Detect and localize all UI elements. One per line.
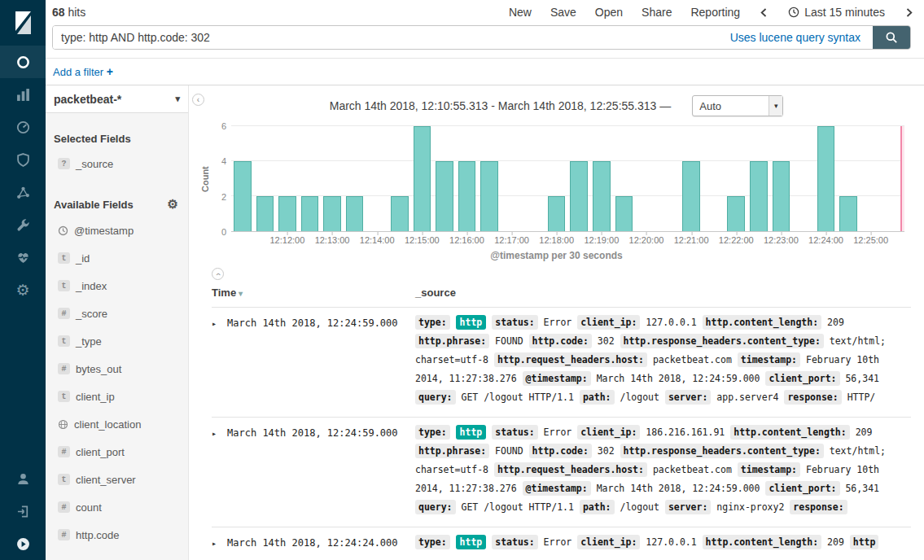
histogram-bar-slot[interactable] [523,126,545,231]
field-item[interactable]: #client_port [46,438,188,466]
histogram-bar-slot[interactable] [680,126,703,231]
histogram-bar-slot[interactable] [231,126,254,231]
field-item[interactable]: #bytes_out [46,355,188,383]
histogram-bar-slot[interactable] [254,126,277,231]
histogram-bar-slot[interactable] [501,126,523,231]
histogram-bar-slot[interactable] [478,126,501,231]
add-filter-button[interactable]: Add a filter + [53,65,113,78]
histogram-bar[interactable] [480,161,498,231]
expand-row-icon[interactable]: ▸ [212,429,217,438]
field-item[interactable]: t_id [46,244,188,272]
histogram-bar[interactable] [548,196,566,231]
time-picker[interactable]: Last 15 minutes [788,6,885,19]
field-item[interactable]: client_location [46,410,188,438]
histogram-bar-slot[interactable] [366,126,388,231]
menu-share[interactable]: Share [642,6,672,19]
time-step-forward-button[interactable] [904,7,914,18]
nav-item-logout[interactable] [0,495,46,527]
expand-row-icon[interactable]: ▸ [212,319,217,328]
nav-item-machine-learning[interactable] [0,176,46,208]
search-button[interactable] [873,26,910,49]
histogram-bar-slot[interactable] [725,126,747,231]
histogram-bar[interactable] [414,126,431,231]
menu-reporting[interactable]: Reporting [690,6,740,19]
menu-save[interactable]: Save [550,6,576,19]
field-item[interactable]: #count [46,493,188,521]
kibana-logo[interactable] [0,0,46,46]
histogram-bar-slot[interactable] [815,126,838,231]
field-label: client_server [76,474,136,486]
histogram-bar[interactable] [278,196,296,231]
histogram-bar-slot[interactable] [837,126,860,231]
field-item[interactable]: t_index [46,272,188,300]
lucene-syntax-link[interactable]: Uses lucene query syntax [718,26,873,49]
histogram-bar[interactable] [391,196,409,231]
nav-item-timelion[interactable] [0,143,46,176]
histogram-bar[interactable] [234,161,252,231]
nav-item-visualize[interactable] [0,78,46,111]
histogram-bar-slot[interactable] [613,126,636,231]
field-settings-gear-icon[interactable]: ⚙ [168,197,178,212]
histogram-bar[interactable] [458,161,476,231]
histogram-bar[interactable] [256,196,274,231]
field-item[interactable]: ?_source [46,150,188,177]
time-column-header[interactable]: Time▾ [212,280,415,308]
search-input[interactable] [53,26,718,49]
histogram-bar-slot[interactable] [276,126,299,231]
histogram-bar-slot[interactable] [860,126,882,231]
nav-item-dashboard[interactable] [0,111,46,143]
histogram-bar-slot[interactable] [299,126,322,231]
histogram-bar[interactable] [773,161,790,231]
field-item[interactable]: tclient_ip [46,383,188,410]
histogram-bar-slot[interactable] [433,126,456,231]
nav-item-dev-tools[interactable] [0,208,46,241]
menu-new[interactable]: New [509,6,532,19]
histogram-chart: Count 0246 12:12:0012:13:0012:14:0012:15… [199,126,904,247]
histogram-bar-slot[interactable] [703,126,725,231]
field-item[interactable]: #_score [46,300,188,327]
histogram-bar-slot[interactable] [456,126,479,231]
field-item[interactable]: @timestamp [46,217,188,244]
histogram-bar[interactable] [346,196,364,231]
histogram-bar[interactable] [436,161,453,231]
time-step-back-button[interactable] [759,7,769,18]
histogram-bar-slot[interactable] [411,126,434,231]
field-item[interactable]: t_type [46,327,188,355]
histogram-bar[interactable] [593,161,611,231]
histogram-bar-slot[interactable] [635,126,658,231]
histogram-bar-slot[interactable] [792,126,815,231]
nav-item-collapse-nav[interactable] [0,527,46,560]
nav-item-monitoring[interactable] [0,241,46,273]
field-label: _score [76,308,107,320]
histogram-bar-slot[interactable] [388,126,411,231]
histogram-bar-slot[interactable] [770,126,793,231]
histogram-bar[interactable] [839,196,857,231]
nav-item-management[interactable]: ⚙ [0,273,46,306]
histogram-bar-slot[interactable] [658,126,681,231]
histogram-bar-slot[interactable] [567,126,590,231]
nav-item-discover[interactable] [0,46,46,78]
menu-open[interactable]: Open [595,6,623,19]
collapse-chart-button[interactable]: ‹ [212,268,224,280]
expand-row-icon[interactable]: ▸ [212,539,217,548]
histogram-bar-slot[interactable] [321,126,344,231]
index-pattern-selector[interactable]: packetbeat-* ▾ [46,85,188,113]
histogram-bar[interactable] [570,161,588,231]
histogram-bar-slot[interactable] [747,126,770,231]
nav-item-user-profile[interactable] [0,462,46,495]
histogram-bar-slot[interactable] [590,126,613,231]
histogram-bar[interactable] [682,161,700,231]
histogram-bar[interactable] [323,196,341,231]
histogram-bar-slot[interactable] [344,126,366,231]
field-item[interactable]: #http.code [46,521,188,549]
interval-select[interactable]: Auto ▾ [692,95,783,116]
histogram-plot[interactable] [231,126,904,232]
collapse-fields-button[interactable]: ‹ [192,94,204,106]
histogram-bar[interactable] [301,196,319,231]
histogram-bar[interactable] [817,126,835,231]
histogram-bar-slot[interactable] [545,126,568,231]
histogram-bar[interactable] [615,196,633,231]
field-item[interactable]: tclient_server [46,466,188,493]
histogram-bar[interactable] [750,161,768,231]
histogram-bar[interactable] [727,196,745,231]
